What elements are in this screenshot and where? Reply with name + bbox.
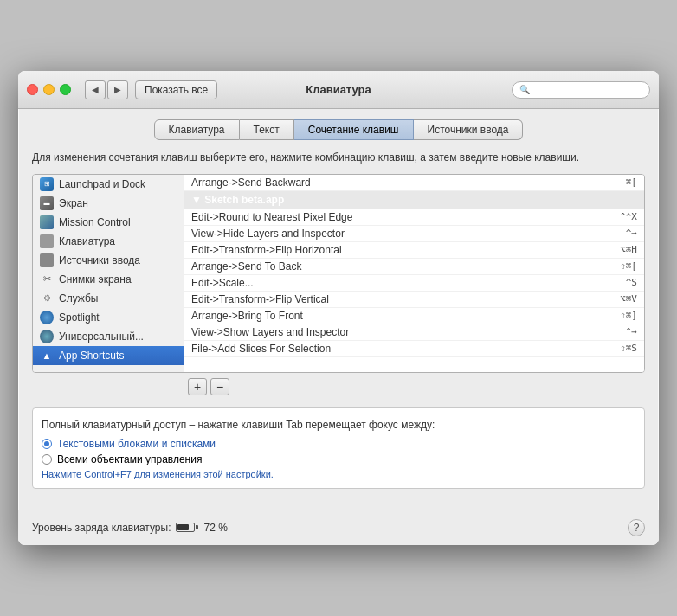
battery-status: Уровень заряда клавиатуры: 72 %: [32, 522, 228, 534]
radio-text-lists[interactable]: Текстовыми блоками и списками: [42, 438, 635, 450]
keyboard-access-hint: Нажмите Control+F7 для изменения этой на…: [42, 469, 635, 479]
sidebar-item-screenshots[interactable]: ✂ Снимки экрана: [33, 270, 184, 289]
universal-icon: [40, 330, 54, 343]
tab-text[interactable]: Текст: [240, 119, 294, 140]
radio-all-controls-label: Всеми объектами управления: [57, 453, 202, 465]
radio-all-controls[interactable]: Всеми объектами управления: [42, 453, 635, 465]
search-box[interactable]: 🔍: [512, 81, 650, 99]
radio-text-lists-indicator: [42, 439, 52, 449]
table-row[interactable]: Arrange->Bring To Front ⇧⌘]: [184, 308, 644, 324]
table-row[interactable]: Edit->Transform->Flip Vertical ⌥⌘V: [184, 292, 644, 308]
radio-text-lists-label: Текстовыми блоками и списками: [57, 438, 216, 450]
appshortcuts-icon: ▲: [40, 349, 54, 363]
screenshots-icon: ✂: [40, 273, 54, 286]
sidebar-label-mission: Mission Control: [59, 216, 131, 228]
content-list: Arrange->Send Backward ⌘[ ▼ Sketch beta.…: [184, 175, 644, 372]
help-button[interactable]: ?: [628, 519, 645, 536]
forward-button[interactable]: ▶: [107, 80, 128, 99]
nav-buttons: ◀ ▶: [85, 80, 128, 99]
table-row[interactable]: File->Add Slices For Selection ⇧⌘S: [184, 341, 644, 357]
tab-shortcuts[interactable]: Сочетание клавиш: [294, 119, 414, 140]
table-row-group[interactable]: ▼ Sketch beta.app: [184, 191, 644, 209]
sidebar-item-launchpad[interactable]: ⊞ Launchpad и Dock: [33, 175, 184, 194]
launchpad-icon: ⊞: [40, 177, 54, 191]
screen-icon: ▬: [40, 196, 54, 210]
spotlight-icon: [40, 311, 54, 324]
sidebar-item-universal[interactable]: Универсальный...: [33, 327, 184, 346]
sidebar-label-launchpad: Launchpad и Dock: [59, 178, 145, 190]
show-all-button[interactable]: Показать все: [135, 80, 217, 99]
description-text: Для изменения сочетания клавиш выберите …: [32, 151, 645, 165]
main-panel: ⊞ Launchpad и Dock ▬ Экран Mission Contr…: [32, 174, 645, 373]
battery-percent: 72 %: [203, 522, 227, 534]
table-row[interactable]: Arrange->Send Backward ⌘[: [184, 175, 644, 191]
battery-label: Уровень заряда клавиатуры:: [32, 522, 171, 534]
sidebar-item-services[interactable]: ⚙ Службы: [33, 289, 184, 308]
battery-body: [176, 523, 195, 532]
tab-keyboard[interactable]: Клавиатура: [154, 119, 240, 140]
sidebar: ⊞ Launchpad и Dock ▬ Экран Mission Contr…: [33, 175, 184, 372]
tab-input[interactable]: Источники ввода: [414, 119, 524, 140]
radio-all-controls-indicator: [42, 454, 52, 465]
sidebar-item-mission[interactable]: Mission Control: [33, 213, 184, 232]
battery-tip: [196, 525, 198, 529]
sidebar-label-universal: Универсальный...: [59, 330, 144, 343]
back-button[interactable]: ◀: [85, 80, 106, 99]
sidebar-label-spotlight: Spotlight: [59, 311, 100, 324]
mission-icon: [40, 215, 54, 229]
maximize-button[interactable]: [60, 84, 71, 95]
keyboard-access-section: Полный клавиатурный доступ – нажатие кла…: [32, 407, 645, 489]
table-row[interactable]: View->Show Layers and Inspector ^→: [184, 324, 644, 341]
table-row[interactable]: Edit->Round to Nearest Pixel Edge ^⌃X: [184, 209, 644, 226]
close-button[interactable]: [27, 84, 38, 95]
window-title: Клавиатура: [306, 83, 371, 96]
sidebar-label-keyboard: Клавиатура: [59, 235, 115, 247]
sidebar-label-appshortcuts: App Shortcuts: [59, 350, 124, 362]
sidebar-item-inputsources[interactable]: Источники ввода: [33, 251, 184, 270]
sidebar-item-appshortcuts[interactable]: ▲ App Shortcuts: [33, 346, 184, 365]
add-shortcut-button[interactable]: +: [188, 378, 207, 395]
table-row[interactable]: Edit->Transform->Flip Horizontal ⌥⌘H: [184, 242, 644, 259]
keyboard-icon: [40, 234, 54, 248]
tab-bar: Клавиатура Текст Сочетание клавиш Источн…: [32, 119, 645, 140]
sidebar-item-keyboard[interactable]: Клавиатура: [33, 232, 184, 251]
remove-shortcut-button[interactable]: −: [210, 378, 229, 395]
battery-fill: [177, 524, 189, 530]
titlebar: ◀ ▶ Показать все Клавиатура 🔍: [18, 71, 659, 109]
content-area: Клавиатура Текст Сочетание клавиш Источн…: [18, 109, 659, 499]
table-row[interactable]: View->Hide Layers and Inspector ^→: [184, 226, 644, 242]
keyboard-access-title: Полный клавиатурный доступ – нажатие кла…: [42, 419, 635, 431]
sidebar-label-services: Службы: [59, 292, 98, 305]
sidebar-label-inputsources: Источники ввода: [59, 254, 140, 266]
main-window: ◀ ▶ Показать все Клавиатура 🔍 Клавиатура…: [18, 71, 659, 545]
minimize-button[interactable]: [43, 84, 55, 95]
sidebar-label-screen: Экран: [59, 197, 88, 209]
table-row[interactable]: Edit->Scale... ^S: [184, 275, 644, 292]
search-icon: 🔍: [519, 85, 530, 94]
inputsources-icon: [40, 253, 54, 267]
sidebar-item-screen[interactable]: ▬ Экран: [33, 194, 184, 213]
add-remove-buttons: + −: [32, 373, 645, 395]
traffic-lights: [27, 84, 71, 95]
table-row[interactable]: Arrange->Send To Back ⇧⌘[: [184, 259, 644, 275]
bottom-bar: Уровень заряда клавиатуры: 72 % ?: [18, 510, 659, 545]
sidebar-item-spotlight[interactable]: Spotlight: [33, 308, 184, 327]
services-icon: ⚙: [40, 292, 54, 305]
battery-icon: [176, 523, 198, 532]
sidebar-label-screenshots: Снимки экрана: [59, 273, 132, 286]
